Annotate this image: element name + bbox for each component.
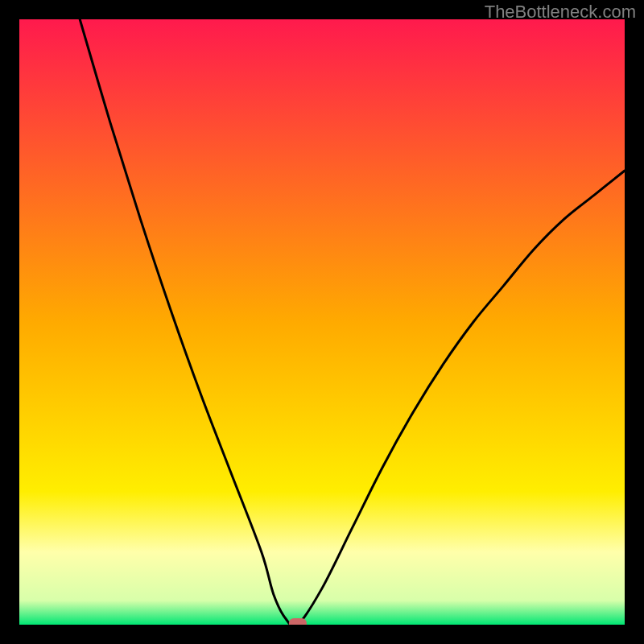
watermark-label: TheBottleneck.com — [485, 2, 636, 23]
optimal-marker — [289, 618, 307, 625]
gradient-background — [19, 19, 625, 625]
plot-area — [19, 19, 625, 625]
chart-canvas — [19, 19, 625, 625]
frame: TheBottleneck.com — [0, 0, 644, 644]
